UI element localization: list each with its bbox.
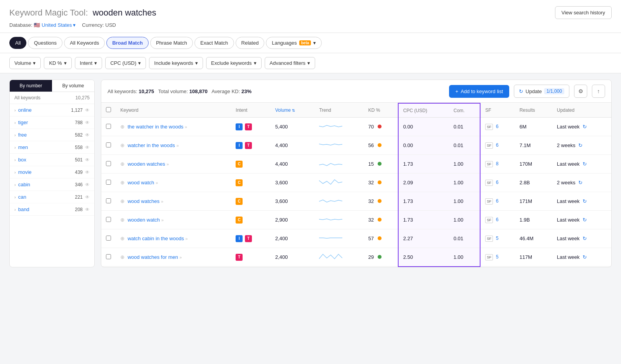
sf-icon[interactable]: SF (485, 254, 493, 260)
sf-number[interactable]: 6 (496, 180, 499, 185)
arrow-right-icon[interactable]: » (176, 143, 179, 148)
sf-icon[interactable]: SF (485, 124, 493, 130)
keyword-link[interactable]: watcher in the woods (128, 142, 175, 148)
settings-button[interactable]: ⚙ (574, 85, 587, 98)
eye-icon[interactable]: 👁 (85, 107, 90, 113)
sf-icon[interactable]: SF (485, 180, 493, 186)
arrow-right-icon[interactable]: » (156, 180, 158, 185)
sidebar-item-cabin[interactable]: › cabin 346 👁 (10, 179, 94, 191)
keyword-link[interactable]: wooden watches (128, 161, 165, 167)
row-checkbox[interactable] (106, 161, 111, 166)
row-checkbox[interactable] (106, 254, 111, 259)
add-keyword-icon[interactable]: ⊕ (120, 142, 125, 148)
eye-icon[interactable]: 👁 (85, 132, 90, 138)
add-keyword-icon[interactable]: ⊕ (120, 180, 125, 185)
tab-questions[interactable]: Questions (28, 37, 62, 49)
by-number-button[interactable]: By number (10, 80, 52, 92)
sf-number[interactable]: 5 (496, 236, 499, 241)
refresh-icon[interactable]: ↻ (583, 236, 587, 241)
keyword-link[interactable]: the watcher in the woods (128, 124, 184, 130)
keyword-link[interactable]: wood watches for men (128, 254, 178, 260)
sf-number[interactable]: 5 (496, 254, 499, 260)
sidebar-item-tiger[interactable]: › tiger 788 👁 (10, 116, 94, 129)
add-keyword-icon[interactable]: ⊕ (120, 198, 125, 204)
sidebar-item-men[interactable]: › men 558 👁 (10, 141, 94, 154)
eye-icon[interactable]: 👁 (85, 194, 90, 200)
sidebar-item-band[interactable]: › band 208 👁 (10, 203, 94, 216)
sf-icon[interactable]: SF (485, 198, 493, 205)
keyword-link[interactable]: wooden watch (128, 217, 160, 223)
add-keyword-icon[interactable]: ⊕ (120, 217, 125, 223)
refresh-icon[interactable]: ↻ (583, 124, 587, 130)
tab-related[interactable]: Related (236, 37, 265, 49)
kd-filter[interactable]: KD % ▾ (44, 57, 71, 69)
row-checkbox[interactable] (106, 236, 111, 241)
sidebar-item-free[interactable]: › free 582 👁 (10, 129, 94, 141)
add-keyword-icon[interactable]: ⊕ (120, 124, 125, 130)
include-keywords-filter[interactable]: Include keywords ▾ (149, 57, 203, 69)
arrow-right-icon[interactable]: » (179, 255, 182, 260)
sf-icon[interactable]: SF (485, 161, 493, 167)
refresh-icon[interactable]: ↻ (583, 254, 587, 260)
sidebar-item-movie[interactable]: › movie 439 👁 (10, 166, 94, 179)
eye-icon[interactable]: 👁 (85, 120, 90, 125)
refresh-icon[interactable]: ↻ (583, 198, 587, 204)
sf-icon[interactable]: SF (485, 236, 493, 242)
tab-phrase-match[interactable]: Phrase Match (150, 37, 193, 49)
row-checkbox[interactable] (106, 142, 111, 147)
add-to-keyword-list-button[interactable]: + Add to keyword list (449, 85, 509, 98)
tab-languages[interactable]: Languages beta ▾ (266, 37, 322, 49)
sidebar-item-online[interactable]: › online 1,127 👁 (10, 104, 94, 116)
sf-number[interactable]: 6 (496, 142, 499, 148)
tab-broad-match[interactable]: Broad Match (106, 37, 149, 49)
add-keyword-icon[interactable]: ⊕ (120, 161, 125, 167)
refresh-icon[interactable]: ↻ (583, 161, 587, 167)
eye-icon[interactable]: 👁 (85, 157, 90, 163)
keyword-link[interactable]: wood watch (128, 180, 154, 185)
eye-icon[interactable]: 👁 (85, 170, 90, 175)
eye-icon[interactable]: 👁 (85, 145, 90, 150)
arrow-right-icon[interactable]: » (161, 218, 163, 222)
volume-filter[interactable]: Volume ▾ (9, 57, 41, 69)
th-volume[interactable]: Volume ⇅ (271, 103, 314, 118)
sidebar-item-box[interactable]: › box 501 👁 (10, 154, 94, 166)
sf-number[interactable]: 8 (496, 161, 499, 166)
intent-badge-c: C (236, 198, 243, 205)
tab-all[interactable]: All (9, 37, 26, 49)
database-link[interactable]: United States ▾ (42, 22, 76, 28)
tab-all-keywords[interactable]: All Keywords (64, 37, 105, 49)
arrow-right-icon[interactable]: » (167, 162, 169, 166)
intent-filter[interactable]: Intent ▾ (75, 57, 102, 69)
sf-icon[interactable]: SF (485, 142, 493, 149)
row-checkbox[interactable] (106, 180, 111, 185)
export-button[interactable]: ↑ (592, 85, 605, 98)
refresh-icon[interactable]: ↻ (578, 142, 583, 148)
keyword-link[interactable]: watch cabin in the woods (128, 236, 184, 241)
add-keyword-icon[interactable]: ⊕ (120, 236, 125, 241)
by-volume-button[interactable]: By volume (52, 80, 94, 92)
row-checkbox[interactable] (106, 124, 111, 129)
arrow-right-icon[interactable]: » (185, 125, 187, 129)
advanced-filters[interactable]: Advanced filters ▾ (265, 57, 316, 69)
row-checkbox[interactable] (106, 198, 111, 203)
exclude-keywords-filter[interactable]: Exclude keywords ▾ (206, 57, 262, 69)
eye-icon[interactable]: 👁 (85, 182, 90, 187)
eye-icon[interactable]: 👁 (85, 207, 90, 212)
arrow-right-icon[interactable]: » (161, 199, 163, 204)
tab-exact-match[interactable]: Exact Match (194, 37, 234, 49)
keyword-link[interactable]: wood watches (128, 198, 160, 204)
sidebar-item-can[interactable]: › can 221 👁 (10, 191, 94, 203)
add-keyword-icon[interactable]: ⊕ (120, 254, 125, 260)
sf-number[interactable]: 6 (496, 217, 499, 222)
arrow-right-icon[interactable]: » (186, 236, 188, 241)
update-button[interactable]: ↻ Update 1/1,000 (514, 85, 569, 98)
row-checkbox[interactable] (106, 217, 111, 222)
sf-number[interactable]: 6 (496, 198, 499, 204)
select-all-checkbox[interactable] (106, 107, 111, 112)
refresh-icon[interactable]: ↻ (578, 180, 583, 185)
view-history-button[interactable]: View search history (555, 6, 612, 19)
cpc-filter[interactable]: CPC (USD) ▾ (105, 57, 146, 69)
sf-icon[interactable]: SF (485, 217, 493, 223)
refresh-icon[interactable]: ↻ (583, 217, 587, 223)
sf-number[interactable]: 6 (496, 124, 499, 129)
